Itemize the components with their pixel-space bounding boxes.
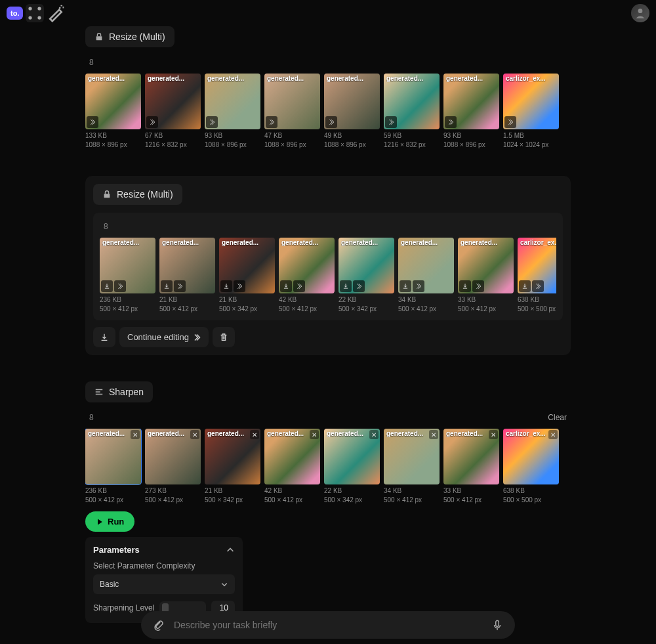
mic-icon[interactable] [490, 618, 504, 632]
expand-button[interactable] [114, 280, 126, 292]
continue-editing-button[interactable]: Continue editing [119, 327, 209, 347]
run-button[interactable]: Run [85, 511, 134, 532]
dimensions: 500 × 412 px [264, 496, 320, 505]
expand-button[interactable] [174, 280, 186, 292]
remove-button[interactable]: ✕ [310, 430, 319, 439]
thumbnail-image[interactable]: generated... ✕ [205, 429, 260, 484]
section-header[interactable]: Resize (Multi) [93, 184, 182, 205]
wand-icon[interactable] [47, 4, 65, 22]
thumbnail-image[interactable]: generated... [384, 74, 440, 129]
thumbnail-image[interactable]: generated... [324, 74, 380, 129]
thumbnail-name: generated... [267, 75, 318, 82]
dimensions: 500 × 412 px [85, 496, 141, 505]
prompt-input[interactable] [174, 620, 482, 630]
expand-button[interactable] [504, 116, 516, 128]
remove-button[interactable]: ✕ [369, 430, 379, 439]
download-button[interactable] [519, 280, 531, 292]
delete-button[interactable] [213, 327, 235, 347]
remove-button[interactable]: ✕ [250, 430, 259, 439]
dimensions: 500 × 412 px [279, 305, 335, 314]
download-button[interactable] [220, 280, 232, 292]
thumbnail-image[interactable]: generated... [279, 238, 335, 293]
section-header[interactable]: Resize (Multi) [85, 26, 174, 47]
dimensions: 500 × 412 px [384, 496, 440, 505]
thumbnail: generated... 22 KB 500 × 342 px [338, 238, 394, 314]
thumbnail-image[interactable]: generated... [338, 238, 394, 293]
chevron-up-icon[interactable] [226, 546, 235, 555]
file-size: 21 KB [159, 295, 215, 305]
thumbnail: generated... 236 KB 500 × 412 px [100, 238, 155, 314]
expand-button[interactable] [266, 116, 277, 128]
clear-button[interactable]: Clear [548, 413, 567, 422]
section-resize-1: Resize (Multi) 8 generated... 133 KB 108… [85, 26, 571, 150]
expand-button[interactable] [206, 116, 218, 128]
file-size: 21 KB [219, 295, 275, 305]
expand-button[interactable] [445, 116, 457, 128]
thumbnail-image[interactable]: carlizor_ex... [518, 238, 556, 293]
download-all-button[interactable] [93, 327, 115, 347]
file-size: 42 KB [264, 486, 320, 496]
download-button[interactable] [459, 280, 471, 292]
thumbnail-image[interactable]: generated... [145, 74, 201, 129]
thumbnail-image[interactable]: generated... ✕ [145, 429, 201, 484]
remove-button[interactable]: ✕ [131, 430, 140, 439]
expand-button[interactable] [532, 280, 544, 292]
expand-button[interactable] [472, 280, 484, 292]
thumbnail: generated... 49 KB 1088 × 896 px [324, 74, 380, 150]
thumbnail-image[interactable]: generated... [458, 238, 514, 293]
thumbnail-image[interactable]: generated... [85, 74, 141, 129]
thumbnail-name: generated... [446, 75, 497, 82]
thumbnail-image[interactable]: generated... ✕ [324, 429, 380, 484]
download-button[interactable] [101, 280, 113, 292]
thumbnail-image[interactable]: generated... ✕ [443, 429, 499, 484]
thumbnail: generated... 67 KB 1216 × 832 px [145, 74, 201, 150]
thumbnail-image[interactable]: generated... [100, 238, 155, 293]
file-size: 47 KB [264, 131, 320, 140]
dimensions: 500 × 412 px [100, 305, 155, 314]
thumbnail-image[interactable]: generated... [205, 74, 260, 129]
remove-button[interactable]: ✕ [429, 430, 438, 439]
app-logo[interactable]: to. [7, 7, 23, 20]
thumbnail-image[interactable]: generated... ✕ [384, 429, 440, 484]
remove-button[interactable]: ✕ [190, 430, 199, 439]
remove-button[interactable]: ✕ [548, 430, 558, 439]
expand-button[interactable] [385, 116, 397, 128]
expand-button[interactable] [413, 280, 424, 292]
complexity-select[interactable]: Basic [93, 574, 235, 594]
user-avatar[interactable] [631, 4, 649, 22]
expand-button[interactable] [146, 116, 158, 128]
attach-icon[interactable] [152, 618, 166, 632]
thumbnail-name: carlizor_ex... [506, 75, 556, 82]
section-header[interactable]: Sharpen [85, 381, 153, 402]
thumbnail-image[interactable]: carlizor_ex... ✕ [503, 429, 559, 484]
expand-button[interactable] [353, 280, 365, 292]
download-button[interactable] [400, 280, 411, 292]
thumbnail-image[interactable]: generated... [398, 238, 454, 293]
grid-icon[interactable] [26, 4, 44, 22]
play-icon [96, 518, 104, 526]
svg-rect-5 [96, 36, 102, 40]
thumbnail-image[interactable]: generated... ✕ [85, 429, 141, 484]
thumbnail-image[interactable]: generated... [443, 74, 499, 129]
parameters-panel: Parameters Select Parameter Complexity B… [85, 537, 243, 623]
section-title: Sharpen [109, 387, 144, 397]
thumbnail-image[interactable]: generated... [159, 238, 215, 293]
thumbnail-image[interactable]: generated... [219, 238, 275, 293]
thumbnail-image[interactable]: carlizor_ex... [503, 74, 559, 129]
file-size: 67 KB [145, 131, 201, 140]
thumbnail-image[interactable]: generated... ✕ [264, 429, 320, 484]
expand-button[interactable] [234, 280, 245, 292]
file-size: 638 KB [518, 295, 556, 305]
download-button[interactable] [280, 280, 292, 292]
expand-button[interactable] [293, 280, 305, 292]
thumbnail-image[interactable]: generated... [264, 74, 320, 129]
svg-point-4 [638, 9, 643, 13]
expand-button[interactable] [87, 116, 98, 128]
download-button[interactable] [161, 280, 173, 292]
download-button[interactable] [340, 280, 352, 292]
remove-button[interactable]: ✕ [489, 430, 498, 439]
svg-point-3 [38, 16, 41, 19]
expand-button[interactable] [325, 116, 337, 128]
dimensions: 500 × 500 px [518, 305, 556, 314]
file-size: 42 KB [279, 295, 335, 305]
